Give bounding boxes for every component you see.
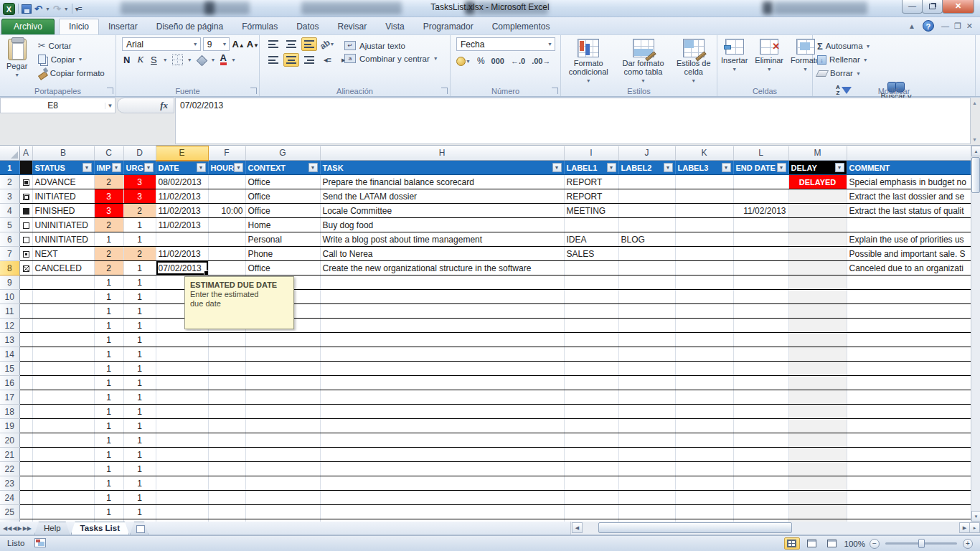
cell-label1[interactable] bbox=[564, 261, 618, 276]
cell-comment[interactable] bbox=[847, 362, 971, 376]
font-color-icon[interactable]: A bbox=[220, 54, 227, 65]
cell-hour[interactable] bbox=[208, 433, 245, 448]
column-header-H[interactable]: H bbox=[320, 146, 564, 161]
cell-label1[interactable] bbox=[564, 362, 618, 376]
cell-delay[interactable] bbox=[788, 347, 847, 362]
cell-end_date[interactable] bbox=[733, 491, 788, 505]
cell-status-icon[interactable] bbox=[19, 433, 32, 448]
cell-comment[interactable] bbox=[847, 276, 971, 290]
row-header[interactable]: 22 bbox=[0, 462, 19, 476]
name-box[interactable]: E8 ▼ bbox=[0, 98, 116, 113]
underline-button[interactable]: S bbox=[149, 55, 159, 65]
column-header-B[interactable]: B bbox=[32, 146, 94, 161]
cell-status[interactable] bbox=[32, 476, 94, 491]
cell-task[interactable] bbox=[320, 304, 564, 319]
cell-imp[interactable]: 1 bbox=[94, 347, 123, 362]
cell-label3[interactable] bbox=[675, 232, 733, 247]
row-header[interactable]: 10 bbox=[0, 290, 19, 304]
row-header[interactable]: 9 bbox=[0, 276, 19, 290]
cell-urg[interactable]: 1 bbox=[123, 333, 156, 347]
dialog-launcher-icon[interactable] bbox=[107, 88, 113, 94]
horizontal-scroll-thumb[interactable] bbox=[598, 522, 792, 533]
fill-button[interactable]: ↓Rellenar▼ bbox=[817, 54, 871, 65]
cell-hour[interactable] bbox=[208, 247, 245, 261]
cell-date[interactable]: 08/02/2013 bbox=[156, 175, 208, 189]
dialog-launcher-icon[interactable] bbox=[441, 88, 448, 94]
cell-status-icon[interactable] bbox=[19, 405, 32, 419]
cell-end_date[interactable] bbox=[733, 362, 788, 376]
minimize-button[interactable]: — bbox=[902, 0, 923, 14]
header-cell-status[interactable]: STATUS▼ bbox=[32, 161, 94, 175]
cell-label1[interactable]: REPORT bbox=[564, 189, 618, 204]
cell-label1[interactable] bbox=[564, 304, 618, 319]
cell-label1[interactable] bbox=[564, 505, 618, 519]
row-header[interactable]: 15 bbox=[0, 362, 19, 376]
cell-hour[interactable] bbox=[208, 419, 245, 433]
tab-complementos[interactable]: Complementos bbox=[483, 19, 560, 34]
cell-imp[interactable]: 1 bbox=[94, 405, 123, 419]
cell-hour[interactable] bbox=[208, 261, 245, 276]
filter-button[interactable]: ▼ bbox=[83, 163, 92, 172]
cell-task[interactable] bbox=[320, 405, 564, 419]
cell-status-icon[interactable] bbox=[19, 462, 32, 476]
dialog-launcher-icon[interactable] bbox=[250, 88, 257, 94]
cell-context[interactable] bbox=[245, 376, 320, 390]
scroll-up-icon[interactable]: ▲ bbox=[971, 146, 980, 156]
cell-urg[interactable]: 1 bbox=[123, 304, 156, 319]
chevron-down-icon[interactable]: ▼ bbox=[231, 57, 236, 62]
header-cell-delay[interactable]: DELAY▼ bbox=[788, 161, 847, 175]
scroll-down-icon[interactable]: ▼ bbox=[972, 137, 977, 142]
cell-task[interactable] bbox=[320, 347, 564, 362]
percent-button[interactable]: % bbox=[477, 56, 485, 66]
cell-label3[interactable] bbox=[675, 319, 733, 333]
cell-label2[interactable] bbox=[618, 505, 675, 519]
cell-imp[interactable]: 2 bbox=[94, 261, 123, 276]
row-header[interactable]: 6 bbox=[0, 232, 19, 247]
cell-label2[interactable] bbox=[618, 218, 675, 232]
cell-end_date[interactable] bbox=[733, 319, 788, 333]
cell-urg[interactable]: 1 bbox=[123, 476, 156, 491]
font-name-combo[interactable]: Arial▼ bbox=[122, 37, 201, 51]
cell-label1[interactable] bbox=[564, 448, 618, 462]
cell-end_date[interactable] bbox=[733, 419, 788, 433]
sheet-tab-help[interactable]: Help bbox=[34, 522, 70, 534]
orientation-button[interactable]: ab▼ bbox=[319, 37, 335, 51]
row-header[interactable]: 3 bbox=[0, 189, 19, 204]
cell-label3[interactable] bbox=[675, 333, 733, 347]
cell-task[interactable] bbox=[320, 290, 564, 304]
cell-comment[interactable] bbox=[847, 476, 971, 491]
cell-context[interactable] bbox=[245, 362, 320, 376]
cell-imp[interactable]: 1 bbox=[94, 362, 123, 376]
cell-comment[interactable] bbox=[847, 390, 971, 405]
column-header-K[interactable]: K bbox=[675, 146, 733, 161]
cell-imp[interactable]: 1 bbox=[94, 290, 123, 304]
number-format-combo[interactable]: Fecha▼ bbox=[456, 37, 555, 51]
cell-end_date[interactable] bbox=[733, 333, 788, 347]
cell-hour[interactable] bbox=[208, 376, 245, 390]
cell-label2[interactable] bbox=[618, 491, 675, 505]
row-header[interactable]: 18 bbox=[0, 405, 19, 419]
cell-urg[interactable]: 1 bbox=[123, 376, 156, 390]
header-cell-label2[interactable]: LABEL2▼ bbox=[618, 161, 675, 175]
column-header-clipped[interactable] bbox=[847, 146, 971, 161]
cell-task[interactable] bbox=[320, 319, 564, 333]
cell-context[interactable] bbox=[245, 419, 320, 433]
cell-hour[interactable]: 10:00 bbox=[208, 204, 245, 218]
cell-comment[interactable]: Special emphasis in budget no bbox=[847, 175, 971, 189]
cell-label3[interactable] bbox=[675, 261, 733, 276]
grow-font-icon[interactable]: A▲ bbox=[232, 39, 244, 50]
cell-status[interactable]: CANCELED bbox=[32, 261, 94, 276]
cell-delay[interactable] bbox=[788, 362, 847, 376]
last-sheet-icon[interactable]: ▶▶ bbox=[23, 525, 32, 532]
cell-urg[interactable]: 1 bbox=[123, 433, 156, 448]
cell-date[interactable] bbox=[156, 419, 208, 433]
cell-label1[interactable] bbox=[564, 319, 618, 333]
cell-label1[interactable] bbox=[564, 376, 618, 390]
fill-color-icon[interactable] bbox=[197, 56, 207, 64]
cell-comment[interactable]: Extract the last dossier and se bbox=[847, 189, 971, 204]
cell-task[interactable] bbox=[320, 376, 564, 390]
next-sheet-icon[interactable]: ▶ bbox=[17, 525, 22, 532]
cell-label2[interactable] bbox=[618, 362, 675, 376]
header-cell-task[interactable]: TASK▼ bbox=[320, 161, 564, 175]
row-header[interactable]: 19 bbox=[0, 419, 19, 433]
